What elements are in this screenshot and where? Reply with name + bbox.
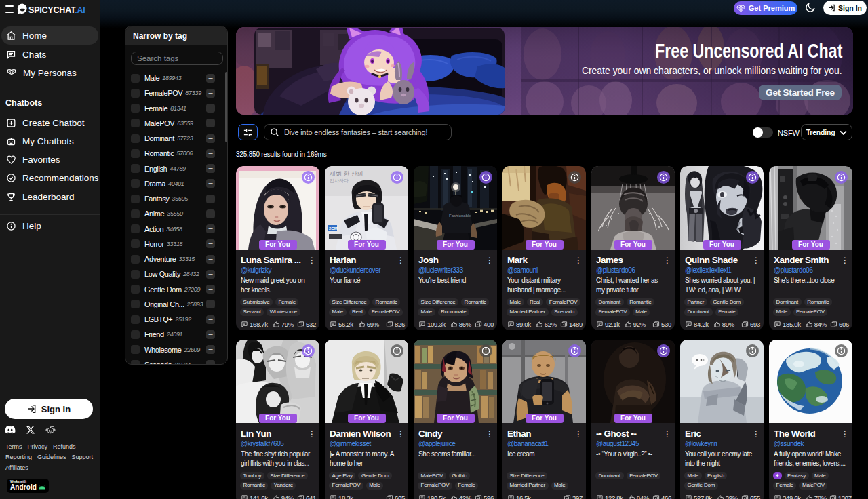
svg-text:재벩 한 산의: 재벩 한 산의 — [329, 170, 363, 177]
svg-text:Fashionable: Fashionable — [449, 214, 471, 218]
svg-text:2CM: 2CM — [329, 226, 338, 231]
svg-text:감사하다: 감사하다 — [330, 178, 349, 184]
